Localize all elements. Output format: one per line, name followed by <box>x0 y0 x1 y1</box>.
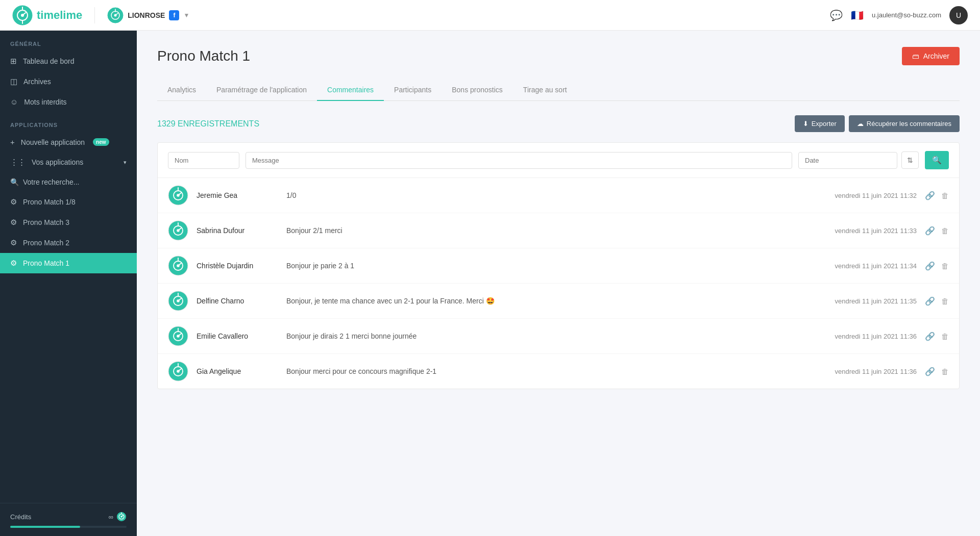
search-button[interactable]: 🔍 <box>925 151 949 169</box>
sidebar-item-label: Prono Match 1/8 <box>23 198 76 206</box>
export-button[interactable]: ⬇ Exporter <box>795 115 845 132</box>
org-section: LIONROSE f ▼ <box>94 7 189 23</box>
link-icon[interactable]: 🔗 <box>925 191 935 200</box>
dashboard-icon: ⊞ <box>10 57 17 66</box>
search-label: Votre recherche... <box>23 178 80 186</box>
sidebar-item-prono-match-1-8[interactable]: ⚙ Prono Match 1/8 <box>0 192 137 212</box>
tab-bons-pronostics[interactable]: Bons pronostics <box>442 80 513 101</box>
table-row: Sabrina Dufour Bonjour 2/1 merci vendred… <box>158 213 959 248</box>
sidebar-item-label: Tableau de bord <box>23 57 74 65</box>
sidebar-item-prono-match-2[interactable]: ⚙ Prono Match 2 <box>0 233 137 253</box>
sidebar-item-label: Mots interdits <box>24 98 66 106</box>
sidebar-item-prono-match-3[interactable]: ⚙ Prono Match 3 <box>0 212 137 233</box>
archive-button[interactable]: 🗃 Archiver <box>902 47 960 65</box>
sidebar-item-label: Prono Match 1 <box>23 259 69 267</box>
tab-commentaires[interactable]: Commentaires <box>317 80 384 101</box>
row-actions: 🔗 🗑 <box>925 261 949 271</box>
action-buttons: ⬇ Exporter ☁ Récupérer les commentaires <box>795 115 960 132</box>
sidebar-search[interactable]: 🔍 Votre recherche... <box>0 172 137 192</box>
sort-button[interactable]: ⇅ <box>901 151 919 169</box>
user-avatar <box>168 220 188 241</box>
user-avatar <box>168 326 188 346</box>
row-actions: 🔗 🗑 <box>925 331 949 341</box>
records-label: ENREGISTREMENTS <box>178 119 259 128</box>
tabs: Analytics Paramétrage de l'application C… <box>157 80 960 101</box>
table-row: Emilie Cavallero Bonjour je dirais 2 1 m… <box>158 319 959 354</box>
filter-message-input[interactable] <box>246 152 792 169</box>
sidebar-item-label: Archives <box>23 78 51 86</box>
row-actions: 🔗 🗑 <box>925 296 949 306</box>
link-icon[interactable]: 🔗 <box>925 226 935 236</box>
comment-author: Sabrina Dufour <box>197 226 278 235</box>
app-icon: ⚙ <box>10 218 17 227</box>
sidebar-item-label: Prono Match 3 <box>23 218 69 226</box>
tab-analytics[interactable]: Analytics <box>157 80 206 101</box>
credits-row: Crédits ∞ <box>10 512 127 522</box>
delete-icon[interactable]: 🗑 <box>941 262 949 270</box>
comment-date: vendredi 11 juin 2021 11:35 <box>804 297 917 305</box>
sidebar-item-mots-interdits[interactable]: ☺ Mots interdits <box>0 92 137 112</box>
delete-icon[interactable]: 🗑 <box>941 226 949 235</box>
user-initial: U <box>956 11 961 19</box>
archive-icon: 🗃 <box>912 52 919 60</box>
filter-date-wrap: ⇅ <box>798 151 919 169</box>
export-label: Exporter <box>812 120 837 127</box>
recover-button[interactable]: ☁ Récupérer les commentaires <box>849 115 960 132</box>
user-avatar[interactable]: U <box>949 6 968 24</box>
facebook-icon[interactable]: f <box>169 10 179 20</box>
comment-date: vendredi 11 juin 2021 11:33 <box>804 227 917 235</box>
sidebar-item-label: Prono Match 2 <box>23 239 69 247</box>
topnav-right: 💬 🇫🇷 u.jaulent@so-buzz.com U <box>830 6 968 24</box>
link-icon[interactable]: 🔗 <box>925 331 935 341</box>
delete-icon[interactable]: 🗑 <box>941 367 949 376</box>
cloud-icon: ☁ <box>857 120 864 127</box>
link-icon[interactable]: 🔗 <box>925 367 935 376</box>
credits-label: Crédits <box>10 513 31 521</box>
sidebar-item-prono-match-1[interactable]: ⚙ Prono Match 1 <box>0 253 137 273</box>
user-avatar <box>168 256 188 276</box>
comments-table: ⇅ 🔍 Jeremie Gea 1/0 vendredi 11 jui <box>157 142 960 389</box>
layout: GÉNÉRAL ⊞ Tableau de bord ◫ Archives ☺ M… <box>0 31 980 536</box>
row-actions: 🔗 🗑 <box>925 226 949 236</box>
credits-bar <box>10 526 127 528</box>
tab-participants[interactable]: Participants <box>384 80 442 101</box>
sidebar-item-dashboard[interactable]: ⊞ Tableau de bord <box>0 51 137 71</box>
chat-icon[interactable]: 💬 <box>830 9 843 21</box>
page-title: Prono Match 1 <box>157 48 250 64</box>
logo[interactable]: timelime <box>12 5 82 25</box>
row-actions: 🔗 🗑 <box>925 367 949 376</box>
table-row: Jeremie Gea 1/0 vendredi 11 juin 2021 11… <box>158 178 959 213</box>
user-avatar <box>168 291 188 311</box>
topnav-left: timelime LIONROSE f ▼ <box>12 5 189 25</box>
delete-icon[interactable]: 🗑 <box>941 191 949 200</box>
applications-section-label: APPLICATIONS <box>0 112 137 132</box>
app-icon: ⚙ <box>10 238 17 247</box>
filter-name-input[interactable] <box>168 152 239 169</box>
comment-message: 1/0 <box>286 191 796 199</box>
tab-tirage-au-sort[interactable]: Tirage au sort <box>513 80 577 101</box>
main-content: Prono Match 1 🗃 Archiver Analytics Param… <box>137 31 980 536</box>
comment-date: vendredi 11 juin 2021 11:32 <box>804 192 917 199</box>
language-flag[interactable]: 🇫🇷 <box>851 9 864 21</box>
sidebar-item-vos-apps[interactable]: ⋮⋮ Vos applications ▾ <box>0 152 137 172</box>
search-icon: 🔍 <box>932 156 942 164</box>
comment-message: Bonjour je parie 2 à 1 <box>286 262 796 270</box>
mots-interdits-icon: ☺ <box>10 97 18 106</box>
sidebar-item-archives[interactable]: ◫ Archives <box>0 71 137 92</box>
delete-icon[interactable]: 🗑 <box>941 297 949 305</box>
comment-author: Emilie Cavallero <box>197 332 278 340</box>
sidebar-item-new-app[interactable]: + Nouvelle application new <box>0 132 137 152</box>
comments-header: 1329 ENREGISTREMENTS ⬇ Exporter ☁ Récupé… <box>157 115 960 132</box>
archive-button-label: Archiver <box>923 52 949 60</box>
filter-date-input[interactable] <box>798 152 897 169</box>
app-icon: ⚙ <box>10 197 17 207</box>
comment-author: Christèle Dujardin <box>197 262 278 270</box>
org-dropdown[interactable]: ▼ <box>183 12 189 19</box>
timelime-small-icon <box>116 512 127 522</box>
link-icon[interactable]: 🔗 <box>925 261 935 271</box>
delete-icon[interactable]: 🗑 <box>941 332 949 341</box>
link-icon[interactable]: 🔗 <box>925 296 935 306</box>
add-icon: + <box>10 138 15 146</box>
records-count: 1329 ENREGISTREMENTS <box>157 119 259 129</box>
tab-parametrage[interactable]: Paramétrage de l'application <box>206 80 317 101</box>
